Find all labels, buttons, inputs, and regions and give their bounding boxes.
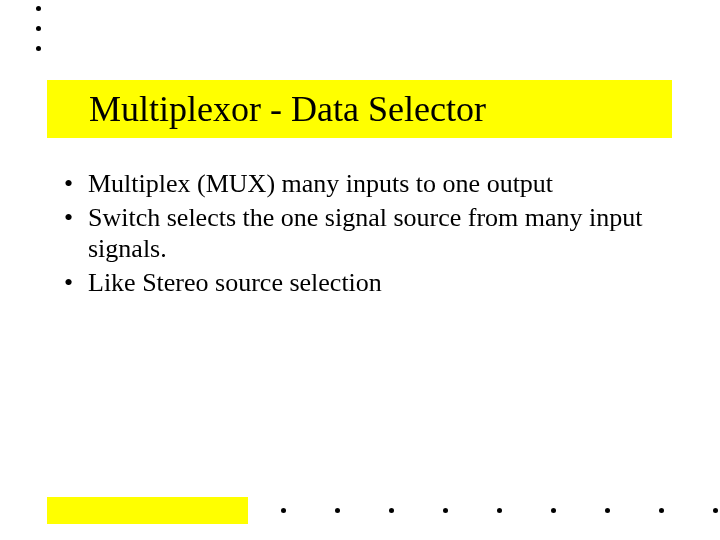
slide-title: Multiplexor - Data Selector [47, 88, 486, 130]
decor-dot [36, 6, 41, 11]
decor-dot [659, 508, 664, 513]
decor-dot [551, 508, 556, 513]
bullet-list: Multiplex (MUX) many inputs to one outpu… [64, 168, 664, 301]
decor-dot [36, 26, 41, 31]
decor-dot [36, 46, 41, 51]
decor-dot [713, 508, 718, 513]
decor-dot [389, 508, 394, 513]
decor-dot [497, 508, 502, 513]
decor-dot [443, 508, 448, 513]
bullet-item: Like Stereo source selection [64, 267, 664, 299]
title-bar: Multiplexor - Data Selector [47, 80, 672, 138]
bullet-item: Switch selects the one signal source fro… [64, 202, 664, 265]
decor-dot [335, 508, 340, 513]
slide: Multiplexor - Data Selector Multiplex (M… [0, 0, 720, 540]
bullet-item: Multiplex (MUX) many inputs to one outpu… [64, 168, 664, 200]
footer-bar [47, 497, 248, 524]
decor-dot [281, 508, 286, 513]
decor-dot [605, 508, 610, 513]
